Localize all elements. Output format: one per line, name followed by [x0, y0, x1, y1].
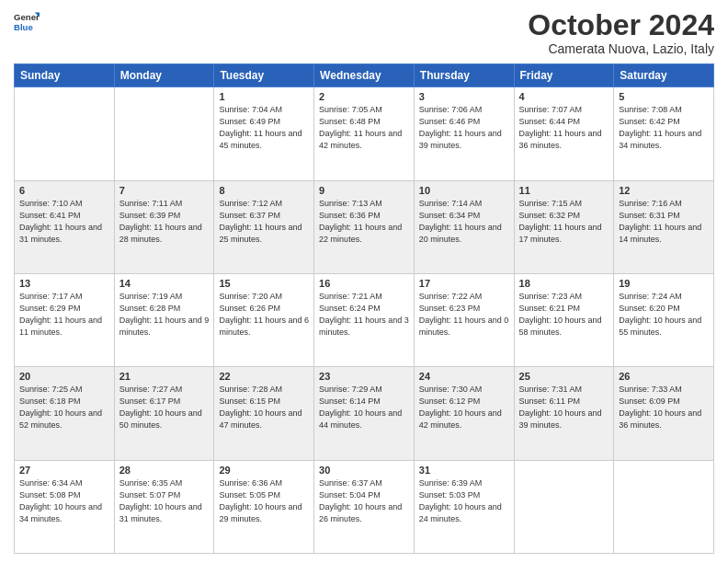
col-tuesday: Tuesday [214, 64, 314, 87]
day-number: 18 [519, 278, 609, 289]
table-row: 4Sunrise: 7:07 AM Sunset: 6:44 PM Daylig… [514, 87, 614, 180]
day-number: 5 [619, 91, 709, 102]
table-row: 2Sunrise: 7:05 AM Sunset: 6:48 PM Daylig… [314, 87, 415, 180]
day-info: Sunrise: 7:11 AM Sunset: 6:39 PM Dayligh… [119, 198, 210, 246]
day-number: 22 [219, 371, 309, 382]
location: Camerata Nuova, Lazio, Italy [528, 41, 714, 56]
day-number: 8 [219, 185, 309, 196]
col-friday: Friday [514, 64, 614, 87]
day-number: 1 [219, 91, 309, 102]
day-info: Sunrise: 7:12 AM Sunset: 6:37 PM Dayligh… [219, 198, 309, 246]
calendar-header-row: Sunday Monday Tuesday Wednesday Thursday… [15, 64, 714, 87]
table-row: 27Sunrise: 6:34 AM Sunset: 5:08 PM Dayli… [15, 460, 115, 553]
day-info: Sunrise: 6:35 AM Sunset: 5:07 PM Dayligh… [119, 477, 210, 525]
table-row: 22Sunrise: 7:28 AM Sunset: 6:15 PM Dayli… [214, 367, 314, 460]
day-number: 17 [419, 278, 509, 289]
calendar-page: General Blue October 2024 Camerata Nuova… [0, 0, 728, 563]
table-row: 17Sunrise: 7:22 AM Sunset: 6:23 PM Dayli… [414, 273, 514, 366]
table-row [114, 87, 214, 180]
table-row [614, 460, 714, 553]
logo-icon: General Blue [14, 9, 40, 35]
table-row: 10Sunrise: 7:14 AM Sunset: 6:34 PM Dayli… [414, 180, 514, 273]
table-row: 21Sunrise: 7:27 AM Sunset: 6:17 PM Dayli… [114, 367, 214, 460]
day-number: 6 [19, 185, 109, 196]
day-number: 24 [419, 371, 509, 382]
day-number: 19 [619, 278, 709, 289]
day-info: Sunrise: 7:31 AM Sunset: 6:11 PM Dayligh… [519, 384, 609, 431]
day-info: Sunrise: 7:24 AM Sunset: 6:20 PM Dayligh… [619, 291, 709, 339]
day-number: 20 [19, 371, 109, 382]
day-info: Sunrise: 7:13 AM Sunset: 6:36 PM Dayligh… [319, 198, 409, 246]
day-info: Sunrise: 7:23 AM Sunset: 6:21 PM Dayligh… [519, 291, 609, 339]
day-number: 4 [519, 91, 609, 102]
day-info: Sunrise: 7:22 AM Sunset: 6:23 PM Dayligh… [419, 291, 509, 339]
table-row [15, 87, 115, 180]
day-info: Sunrise: 7:19 AM Sunset: 6:28 PM Dayligh… [119, 291, 210, 339]
day-info: Sunrise: 6:36 AM Sunset: 5:05 PM Dayligh… [219, 477, 309, 525]
day-info: Sunrise: 7:16 AM Sunset: 6:31 PM Dayligh… [619, 198, 709, 246]
table-row: 5Sunrise: 7:08 AM Sunset: 6:42 PM Daylig… [614, 87, 714, 180]
table-row: 12Sunrise: 7:16 AM Sunset: 6:31 PM Dayli… [614, 180, 714, 273]
day-info: Sunrise: 7:29 AM Sunset: 6:14 PM Dayligh… [319, 384, 409, 431]
day-info: Sunrise: 7:21 AM Sunset: 6:24 PM Dayligh… [319, 291, 409, 339]
day-number: 12 [619, 185, 709, 196]
table-row: 24Sunrise: 7:30 AM Sunset: 6:12 PM Dayli… [414, 367, 514, 460]
day-number: 25 [519, 371, 609, 382]
day-info: Sunrise: 7:05 AM Sunset: 6:48 PM Dayligh… [319, 104, 409, 152]
calendar-week-row: 27Sunrise: 6:34 AM Sunset: 5:08 PM Dayli… [15, 460, 714, 553]
table-row: 26Sunrise: 7:33 AM Sunset: 6:09 PM Dayli… [614, 367, 714, 460]
day-info: Sunrise: 6:34 AM Sunset: 5:08 PM Dayligh… [19, 477, 109, 525]
day-number: 28 [119, 465, 210, 476]
day-info: Sunrise: 6:37 AM Sunset: 5:04 PM Dayligh… [319, 477, 409, 525]
table-row: 9Sunrise: 7:13 AM Sunset: 6:36 PM Daylig… [314, 180, 415, 273]
col-saturday: Saturday [614, 64, 714, 87]
svg-text:Blue: Blue [14, 22, 33, 32]
day-number: 29 [219, 465, 309, 476]
header: General Blue October 2024 Camerata Nuova… [14, 9, 714, 56]
day-number: 9 [319, 185, 409, 196]
day-info: Sunrise: 7:08 AM Sunset: 6:42 PM Dayligh… [619, 104, 709, 152]
day-info: Sunrise: 7:20 AM Sunset: 6:26 PM Dayligh… [219, 291, 309, 339]
table-row: 19Sunrise: 7:24 AM Sunset: 6:20 PM Dayli… [614, 273, 714, 366]
day-info: Sunrise: 7:28 AM Sunset: 6:15 PM Dayligh… [219, 384, 309, 431]
col-sunday: Sunday [15, 64, 115, 87]
table-row: 28Sunrise: 6:35 AM Sunset: 5:07 PM Dayli… [114, 460, 214, 553]
col-monday: Monday [114, 64, 214, 87]
table-row: 11Sunrise: 7:15 AM Sunset: 6:32 PM Dayli… [514, 180, 614, 273]
calendar-week-row: 6Sunrise: 7:10 AM Sunset: 6:41 PM Daylig… [15, 180, 714, 273]
col-thursday: Thursday [414, 64, 514, 87]
table-row: 14Sunrise: 7:19 AM Sunset: 6:28 PM Dayli… [114, 273, 214, 366]
logo: General Blue [14, 9, 40, 35]
table-row: 13Sunrise: 7:17 AM Sunset: 6:29 PM Dayli… [15, 273, 115, 366]
day-number: 7 [119, 185, 210, 196]
day-info: Sunrise: 7:04 AM Sunset: 6:49 PM Dayligh… [219, 104, 309, 152]
table-row: 20Sunrise: 7:25 AM Sunset: 6:18 PM Dayli… [15, 367, 115, 460]
day-info: Sunrise: 7:17 AM Sunset: 6:29 PM Dayligh… [19, 291, 109, 339]
table-row: 25Sunrise: 7:31 AM Sunset: 6:11 PM Dayli… [514, 367, 614, 460]
table-row: 15Sunrise: 7:20 AM Sunset: 6:26 PM Dayli… [214, 273, 314, 366]
calendar-week-row: 13Sunrise: 7:17 AM Sunset: 6:29 PM Dayli… [15, 273, 714, 366]
day-number: 27 [19, 465, 109, 476]
day-info: Sunrise: 7:15 AM Sunset: 6:32 PM Dayligh… [519, 198, 609, 246]
day-info: Sunrise: 7:07 AM Sunset: 6:44 PM Dayligh… [519, 104, 609, 152]
table-row: 6Sunrise: 7:10 AM Sunset: 6:41 PM Daylig… [15, 180, 115, 273]
table-row: 30Sunrise: 6:37 AM Sunset: 5:04 PM Dayli… [314, 460, 415, 553]
day-info: Sunrise: 7:10 AM Sunset: 6:41 PM Dayligh… [19, 198, 109, 246]
table-row [514, 460, 614, 553]
day-number: 11 [519, 185, 609, 196]
table-row: 18Sunrise: 7:23 AM Sunset: 6:21 PM Dayli… [514, 273, 614, 366]
svg-text:General: General [14, 12, 40, 22]
day-info: Sunrise: 7:06 AM Sunset: 6:46 PM Dayligh… [419, 104, 509, 152]
day-number: 14 [119, 278, 210, 289]
table-row: 3Sunrise: 7:06 AM Sunset: 6:46 PM Daylig… [414, 87, 514, 180]
table-row: 23Sunrise: 7:29 AM Sunset: 6:14 PM Dayli… [314, 367, 415, 460]
table-row: 29Sunrise: 6:36 AM Sunset: 5:05 PM Dayli… [214, 460, 314, 553]
calendar-week-row: 1Sunrise: 7:04 AM Sunset: 6:49 PM Daylig… [15, 87, 714, 180]
table-row: 1Sunrise: 7:04 AM Sunset: 6:49 PM Daylig… [214, 87, 314, 180]
day-number: 30 [319, 465, 409, 476]
day-info: Sunrise: 7:25 AM Sunset: 6:18 PM Dayligh… [19, 384, 109, 431]
day-number: 15 [219, 278, 309, 289]
day-info: Sunrise: 7:14 AM Sunset: 6:34 PM Dayligh… [419, 198, 509, 246]
calendar-table: Sunday Monday Tuesday Wednesday Thursday… [14, 63, 714, 554]
day-number: 16 [319, 278, 409, 289]
